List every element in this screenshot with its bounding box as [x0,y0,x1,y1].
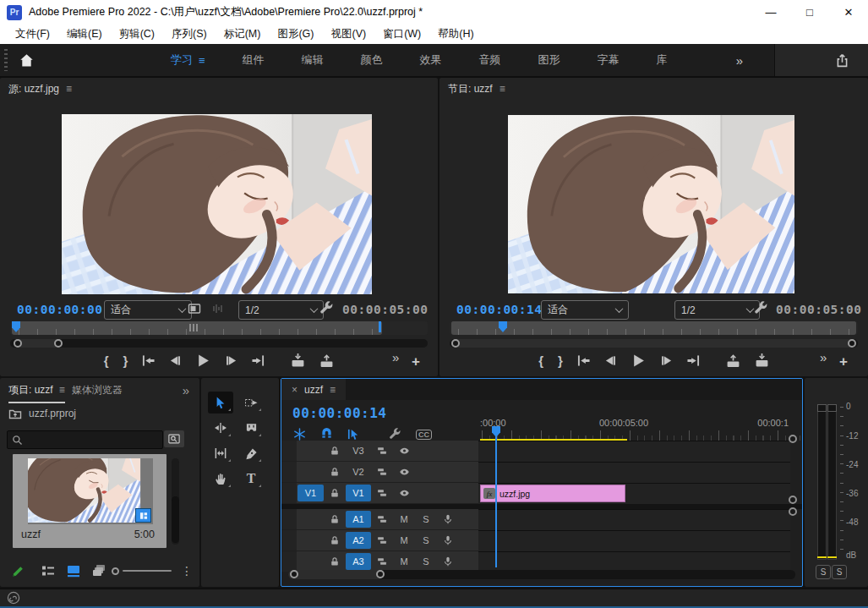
project-scrollbar-thumb[interactable] [172,496,179,543]
solo-button[interactable]: S [415,535,437,545]
mute-button[interactable]: M [393,514,415,524]
zoom-slider-handle[interactable] [112,567,119,575]
mark-out-button[interactable]: } [123,353,128,368]
track-resize-handle[interactable] [789,507,797,516]
source-zoom-select[interactable]: 适合 [104,300,192,320]
ripple-edit-tool[interactable] [208,417,233,439]
track-target-v3[interactable]: V3 [346,442,371,459]
mute-button[interactable]: M [393,535,415,545]
source-patch-v3[interactable] [298,442,324,459]
goto-in-button[interactable] [577,354,590,367]
solo-right-button[interactable]: S [832,565,847,579]
play-button[interactable] [196,353,210,368]
ruler-grip[interactable] [189,324,199,331]
mark-out-button[interactable]: } [558,353,563,368]
nest-toggle-icon[interactable] [293,428,306,441]
menu-markers[interactable]: 标记(M) [216,27,270,41]
captions-icon[interactable]: CC [416,430,432,440]
eye-icon[interactable] [393,446,415,456]
source-patch-a3[interactable] [298,553,324,570]
source-panel-menu-icon[interactable]: ≡ [66,83,72,95]
workspace-tab-color[interactable]: 颜色 [342,52,401,68]
solo-left-button[interactable]: S [816,565,831,579]
source-timecode[interactable]: 00:00:00:00 [17,303,103,316]
more-options-dots[interactable]: ⋮ [181,564,193,578]
search-input[interactable] [27,433,140,446]
menu-file[interactable]: 文件(F) [7,27,58,41]
step-forward-button[interactable] [225,354,237,367]
track-content-v1[interactable]: fx uzzf.jpg [478,483,790,505]
program-resolution-select[interactable]: 1/2 [674,300,760,320]
mark-in-button[interactable]: { [104,353,109,368]
solo-button[interactable]: S [415,514,437,524]
program-timecode[interactable]: 00:00:00:14 [456,303,543,316]
project-item-name[interactable]: uzzf [21,529,41,540]
step-forward-button[interactable] [660,354,673,367]
mic-icon[interactable] [437,534,459,546]
transport-overflow-chevrons[interactable]: » [392,350,399,364]
source-resolution-select[interactable]: 1/2 [238,300,324,320]
sync-lock-icon[interactable] [371,488,393,498]
breadcrumb[interactable]: uzzf.prproj [29,408,76,419]
menu-view[interactable]: 视图(V) [322,27,374,41]
sync-lock-icon[interactable] [371,514,393,524]
timeline-hscrollbar[interactable] [288,570,795,579]
timeline-playhead-line[interactable] [495,436,497,567]
menu-sequence[interactable]: 序列(S) [163,27,216,41]
mute-button[interactable]: M [393,556,415,567]
step-back-button[interactable] [604,354,617,367]
sync-lock-icon[interactable] [371,535,393,545]
timeline-timecode[interactable]: 00:00:00:14 [292,405,386,421]
linked-selection-icon[interactable] [347,428,360,441]
menu-edit[interactable]: 编辑(E) [58,27,111,41]
solo-button[interactable]: S [415,556,437,567]
program-ruler[interactable] [450,321,858,335]
workspace-tab-audio[interactable]: 音频 [461,52,520,68]
sync-lock-icon[interactable] [371,467,393,477]
source-zoom-scrollbar[interactable] [10,339,428,348]
razor-tool[interactable] [238,417,264,439]
lock-icon[interactable] [324,488,346,498]
minimize-button[interactable]: — [751,0,790,25]
scroll-handle-right[interactable] [54,339,63,348]
zoom-slider-track[interactable] [123,570,172,572]
source-patch-v2[interactable] [298,463,324,480]
type-tool[interactable]: T [238,468,264,490]
search-bin-button[interactable] [164,430,184,447]
tab-media-browser[interactable]: 媒体浏览器 [72,383,123,397]
track-target-v2[interactable]: V2 [346,463,371,480]
workspace-tab-menu-icon[interactable]: ≡ [199,54,205,67]
workspace-tab-effects[interactable]: 效果 [401,52,461,68]
goto-out-button[interactable] [252,354,265,367]
source-ruler[interactable] [10,321,428,335]
workspace-tab-assembly[interactable]: 组件 [224,52,283,68]
sync-lock-icon[interactable] [371,556,393,567]
track-content-v2[interactable] [478,462,790,484]
close-button[interactable]: ✕ [829,0,868,25]
settings-wrench-icon[interactable] [319,301,334,315]
track-content-v3[interactable] [478,441,790,463]
timeline-clip-uzzf[interactable]: fx uzzf.jpg [480,485,625,502]
menu-clip[interactable]: 剪辑(C) [111,27,163,41]
scroll-handle-right[interactable] [376,570,385,578]
program-zoom-select[interactable]: 适合 [541,300,629,320]
button-editor-plus[interactable]: + [412,353,420,370]
quick-export-icon[interactable] [835,53,849,68]
settings-wrench-icon[interactable] [754,301,768,315]
extract-button[interactable] [755,353,769,368]
track-content-a2[interactable] [478,530,790,552]
track-target-a3[interactable]: A3 [346,553,371,570]
home-icon[interactable] [19,53,34,68]
timeline-panel-menu-icon[interactable]: ≡ [330,384,336,396]
button-editor-plus[interactable]: + [839,353,848,370]
project-item-uzzf[interactable]: uzzf 5:00 [13,454,167,548]
project-panel-menu-icon[interactable]: ≡ [59,384,65,396]
track-select-forward-tool[interactable] [238,392,264,414]
freeform-view-button[interactable] [86,564,112,578]
scroll-handle-right[interactable] [848,339,856,348]
workspace-tab-editing[interactable]: 编辑 [283,52,342,68]
timeline-tab[interactable]: × uzzf ≡ [281,379,346,400]
safe-margins-icon[interactable] [188,302,201,315]
overwrite-button[interactable] [319,353,334,368]
lock-icon[interactable] [324,467,346,477]
